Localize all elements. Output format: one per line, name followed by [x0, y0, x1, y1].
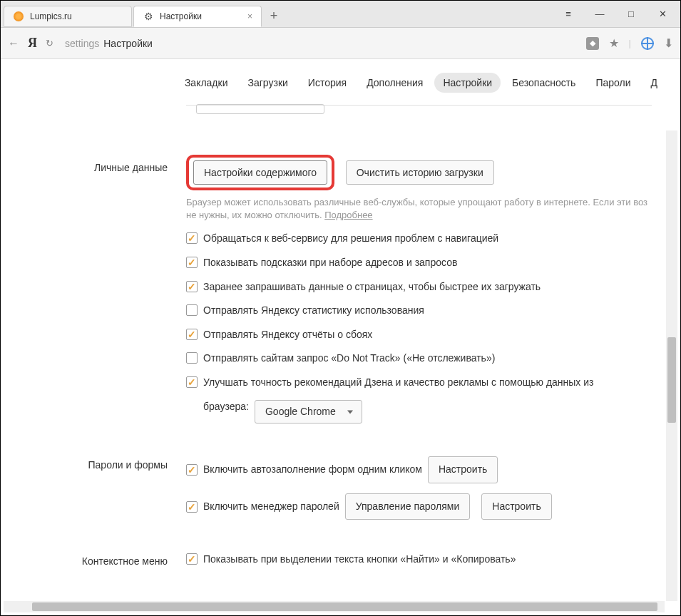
tab-title: Настройки: [160, 11, 202, 21]
checkbox[interactable]: [186, 464, 198, 476]
nav-addons[interactable]: Дополнения: [358, 73, 431, 93]
pwmanager-configure-button[interactable]: Настроить: [481, 493, 551, 520]
section-title-contextmenu: Контекстное меню: [1, 548, 186, 567]
back-button[interactable]: ←: [8, 37, 19, 50]
address-path: Настройки: [103, 38, 153, 49]
nav-history[interactable]: История: [299, 73, 355, 93]
highlighted-content-settings: Настройки содержимого: [186, 155, 334, 190]
tab-settings[interactable]: ⚙ Настройки ×: [133, 6, 262, 27]
menu-button[interactable]: ≡: [558, 6, 579, 23]
section-passwords-forms: Пароли и формы Включить автозаполнение ф…: [1, 452, 659, 520]
close-window-button[interactable]: ✕: [652, 6, 673, 23]
check-send-stats: Отправлять Яндексу статистику использова…: [186, 304, 659, 318]
new-tab-button[interactable]: +: [263, 6, 285, 27]
window-controls: ≡ — □ ✕: [558, 6, 677, 23]
checkbox[interactable]: [186, 376, 198, 388]
learn-more-link[interactable]: Подробнее: [324, 210, 372, 220]
check-password-manager: Включить менеджер паролей Управление пар…: [186, 493, 659, 520]
address-bar: ← Я ↻ settings Настройки ◆ ★ | ⬇: [1, 28, 680, 59]
checkbox[interactable]: [186, 553, 198, 565]
browser-label: браузера:: [203, 400, 249, 414]
separator: |: [629, 38, 631, 48]
checkbox[interactable]: [186, 352, 198, 364]
protect-icon[interactable]: ◆: [586, 37, 599, 50]
pwmanager-label: Включить менеджер паролей: [203, 500, 339, 514]
checkbox[interactable]: [186, 304, 198, 316]
manage-passwords-button[interactable]: Управление паролями: [345, 493, 471, 520]
check-zen-ads: Улучшать точность рекомендаций Дзена и к…: [186, 376, 659, 390]
nav-more[interactable]: Д: [642, 73, 666, 93]
checkbox[interactable]: [186, 232, 198, 244]
top-nav: Закладки Загрузки История Дополнения Нас…: [1, 63, 680, 102]
nav-passwords[interactable]: Пароли: [587, 73, 639, 93]
yandex-logo[interactable]: Я: [28, 36, 37, 51]
check-do-not-track: Отправлять сайтам запрос «Do Not Track» …: [186, 351, 659, 366]
downloads-icon[interactable]: ⬇: [664, 36, 673, 50]
vertical-scrollbar[interactable]: [666, 130, 677, 601]
gear-icon: ⚙: [143, 11, 154, 22]
settings-content: Личные данные Настройки содержимого Очис…: [1, 116, 680, 567]
checkbox[interactable]: [186, 257, 198, 268]
autofill-configure-button[interactable]: Настроить: [428, 456, 498, 483]
checkbox[interactable]: [186, 281, 198, 292]
scrollbar-thumb[interactable]: [32, 602, 657, 611]
section-personal-data: Личные данные Настройки содержимого Очис…: [1, 155, 659, 423]
nav-bookmarks[interactable]: Закладки: [176, 73, 237, 93]
tab-lumpics[interactable]: Lumpics.ru: [4, 6, 132, 27]
check-autofill: Включить автозаполнение форм одним клико…: [186, 456, 659, 483]
bookmark-icon[interactable]: ★: [609, 36, 619, 50]
reload-button[interactable]: ↻: [46, 38, 53, 48]
clear-history-button[interactable]: Очистить историю загрузки: [346, 160, 494, 185]
maximize-button[interactable]: □: [620, 6, 642, 23]
browser-select-row: браузера: Google Chrome: [203, 400, 659, 424]
browser-select[interactable]: Google Chrome: [255, 400, 362, 424]
autofill-label: Включить автозаполнение форм одним клико…: [203, 463, 422, 477]
check-selection-buttons: Показывать при выделении текста кнопки «…: [186, 553, 659, 567]
address-input[interactable]: settings Настройки: [62, 38, 578, 49]
checkbox[interactable]: [186, 501, 198, 513]
section-context-menu: Контекстное меню Показывать при выделени…: [1, 548, 659, 567]
nav-downloads[interactable]: Загрузки: [239, 73, 296, 93]
address-domain: settings: [65, 38, 99, 49]
content-settings-button[interactable]: Настройки содержимого: [193, 160, 327, 185]
horizontal-scrollbar[interactable]: [4, 601, 665, 612]
cutoff-button: [196, 104, 324, 114]
minimize-button[interactable]: —: [589, 6, 610, 23]
tab-title: Lumpics.ru: [30, 11, 72, 21]
tab-bar: Lumpics.ru ⚙ Настройки × + ≡ — □ ✕: [1, 1, 680, 28]
close-icon[interactable]: ×: [247, 11, 252, 21]
check-web-service-nav: Обращаться к веб-сервису для решения про…: [186, 232, 659, 246]
nav-settings[interactable]: Настройки: [434, 73, 501, 93]
favicon-orange: [13, 11, 24, 22]
globe-icon[interactable]: [641, 37, 654, 50]
help-text: Браузер может использовать различные веб…: [186, 196, 659, 222]
check-suggestions: Показывать подсказки при наборе адресов …: [186, 256, 659, 270]
check-prefetch: Заранее запрашивать данные о страницах, …: [186, 280, 659, 294]
check-crash-reports: Отправлять Яндексу отчёты о сбоях: [186, 328, 659, 342]
section-title-personal: Личные данные: [1, 155, 186, 423]
nav-security[interactable]: Безопасность: [503, 73, 584, 93]
checkbox[interactable]: [186, 329, 198, 340]
section-title-passwords: Пароли и формы: [1, 452, 186, 520]
scrollbar-thumb[interactable]: [667, 337, 676, 423]
